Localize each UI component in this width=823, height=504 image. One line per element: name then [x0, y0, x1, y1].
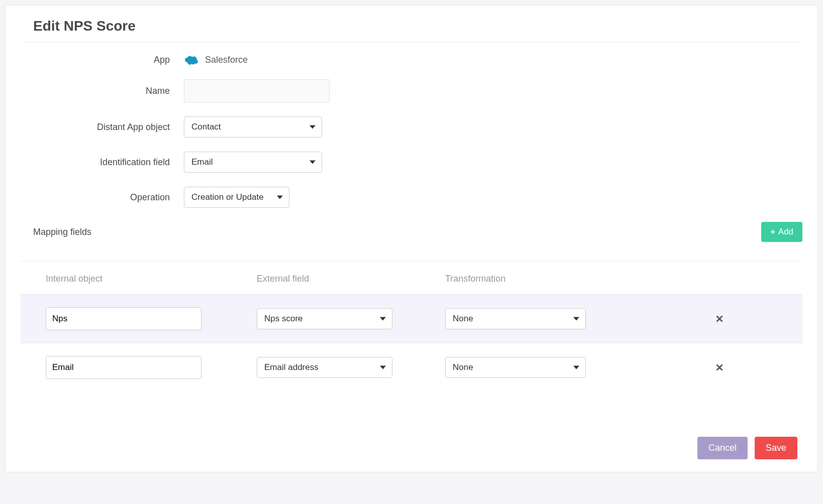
- external-field-value: Email address: [264, 362, 319, 372]
- mapping-header: Mapping fields + Add: [21, 222, 802, 251]
- chevron-down-icon: [573, 317, 579, 321]
- mapping-row: Nps score None: [21, 294, 802, 343]
- form-section: App Salesforce Name Distant App object C…: [21, 55, 802, 208]
- mapping-table-head: Internal object External field Transform…: [21, 262, 802, 294]
- identification-value: Email: [191, 157, 213, 167]
- identification-select[interactable]: Email: [184, 152, 322, 173]
- col-header-internal: Internal object: [46, 274, 257, 284]
- add-label: Add: [778, 227, 793, 237]
- transformation-select[interactable]: None: [445, 308, 586, 329]
- chevron-down-icon: [573, 366, 579, 369]
- col-header-transformation: Transformation: [445, 274, 641, 284]
- app-value: Salesforce: [205, 55, 248, 65]
- chevron-down-icon: [380, 317, 386, 321]
- plus-icon: +: [770, 227, 775, 236]
- chevron-down-icon: [380, 366, 386, 369]
- identification-label: Identification field: [33, 157, 184, 168]
- remove-row-button[interactable]: [714, 362, 725, 373]
- edit-panel: Edit NPS Score App Salesforce Name Dista…: [5, 5, 818, 472]
- page-title: Edit NPS Score: [21, 18, 802, 42]
- name-input[interactable]: [184, 79, 330, 102]
- app-label: App: [33, 55, 184, 65]
- external-field-select[interactable]: Email address: [257, 357, 392, 378]
- form-row-identification: Identification field Email: [33, 152, 790, 173]
- form-row-name: Name: [33, 79, 790, 102]
- close-icon: [715, 315, 724, 323]
- transformation-value: None: [453, 314, 473, 324]
- mapping-title: Mapping fields: [33, 227, 91, 237]
- app-value-wrapper: Salesforce: [184, 55, 248, 65]
- chevron-down-icon: [277, 196, 283, 199]
- external-field-select[interactable]: Nps score: [257, 308, 392, 329]
- col-header-external: External field: [257, 274, 445, 284]
- cancel-button[interactable]: Cancel: [697, 437, 748, 459]
- chevron-down-icon: [310, 161, 316, 164]
- transformation-value: None: [453, 362, 473, 372]
- form-row-operation: Operation Creation or Update: [33, 187, 790, 208]
- operation-label: Operation: [33, 192, 184, 203]
- internal-object-input[interactable]: [46, 307, 201, 330]
- distant-object-value: Contact: [191, 122, 221, 132]
- chevron-down-icon: [310, 125, 316, 129]
- remove-row-button[interactable]: [714, 313, 725, 324]
- external-field-value: Nps score: [264, 314, 303, 324]
- form-row-app: App Salesforce: [33, 55, 790, 65]
- mapping-row: Email address None: [21, 343, 802, 392]
- salesforce-icon: [184, 55, 199, 65]
- save-button[interactable]: Save: [755, 437, 797, 459]
- operation-select[interactable]: Creation or Update: [184, 187, 289, 208]
- mapping-table: Internal object External field Transform…: [21, 262, 802, 392]
- operation-value: Creation or Update: [191, 192, 264, 202]
- close-icon: [715, 363, 724, 371]
- transformation-select[interactable]: None: [445, 357, 586, 378]
- distant-object-select[interactable]: Contact: [184, 116, 322, 138]
- add-button[interactable]: + Add: [761, 222, 802, 242]
- name-label: Name: [33, 86, 184, 96]
- distant-object-label: Distant App object: [33, 122, 184, 133]
- form-row-distant-object: Distant App object Contact: [33, 116, 790, 138]
- internal-object-input[interactable]: [46, 356, 201, 379]
- col-header-action: [641, 274, 797, 284]
- footer-actions: Cancel Save: [21, 437, 802, 459]
